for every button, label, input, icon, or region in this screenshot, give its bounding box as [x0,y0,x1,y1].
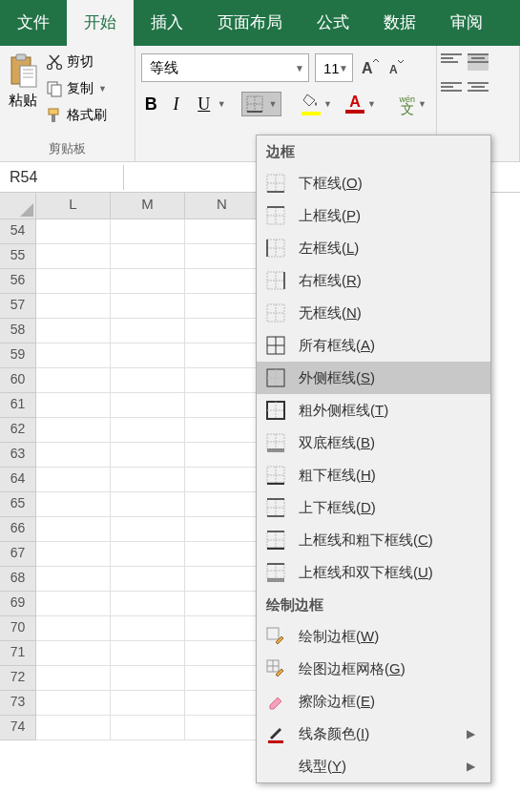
tab-page-layout[interactable]: 页面布局 [200,0,300,46]
cell[interactable] [111,517,185,542]
column-header[interactable]: M [111,193,185,219]
cell[interactable] [111,641,185,666]
tab-data[interactable]: 数据 [366,0,433,46]
paste-button[interactable]: 粘贴 [6,50,40,138]
cell[interactable] [36,418,111,443]
cell[interactable] [111,219,185,244]
cell[interactable] [185,542,260,567]
bold-button[interactable]: B [141,92,160,116]
cell[interactable] [111,443,185,468]
cell[interactable] [185,592,260,616]
draw-border-grid-item[interactable]: 绘图边框网格(G) [257,653,490,685]
row-header[interactable]: 54 [0,219,36,244]
cell[interactable] [111,244,185,269]
cell[interactable] [36,716,111,740]
cell[interactable] [185,443,260,468]
font-color-button[interactable]: A ▼ [342,94,380,114]
cell[interactable] [185,368,260,393]
cell[interactable] [111,393,185,418]
cell[interactable] [111,666,185,691]
cell[interactable] [111,492,185,517]
cell[interactable] [185,244,260,269]
border-top-bottom-item[interactable]: 上下框线(D) [257,491,490,524]
row-header[interactable]: 68 [0,567,36,592]
column-header[interactable]: N [185,193,260,219]
cell[interactable] [185,691,260,716]
borders-button[interactable]: ▼ [241,92,281,116]
cell[interactable] [185,666,260,691]
cell[interactable] [111,616,185,641]
cell[interactable] [36,641,111,666]
border-left-item[interactable]: 左框线(L) [257,232,490,264]
cell[interactable] [185,219,260,244]
border-right-item[interactable]: 右框线(R) [257,264,490,297]
row-header[interactable]: 63 [0,443,36,468]
row-header[interactable]: 57 [0,294,36,319]
draw-border-item[interactable]: 绘制边框(W) [257,620,490,653]
cell[interactable] [185,567,260,592]
decrease-font-button[interactable]: A [385,55,406,80]
chevron-down-icon[interactable]: ▼ [218,99,226,109]
cell[interactable] [36,269,111,294]
row-header[interactable]: 67 [0,542,36,567]
tab-formulas[interactable]: 公式 [300,0,366,46]
font-size-select[interactable]: 11 ▼ [315,53,353,82]
tab-insert[interactable]: 插入 [134,0,200,46]
cell[interactable] [36,319,111,344]
border-thick-outside-item[interactable]: 粗外侧框线(T) [257,394,490,427]
cell[interactable] [36,294,111,319]
cell[interactable] [185,716,260,740]
cell[interactable] [111,319,185,344]
fill-color-button[interactable]: ▼ [298,93,336,115]
row-header[interactable]: 62 [0,418,36,443]
row-header[interactable]: 66 [0,517,36,542]
row-header[interactable]: 55 [0,244,36,269]
cell[interactable] [185,418,260,443]
tab-review[interactable]: 审阅 [433,0,500,46]
cell[interactable] [185,393,260,418]
cell[interactable] [185,641,260,666]
cell[interactable] [185,468,260,492]
cell[interactable] [36,666,111,691]
border-top-thick-bottom-item[interactable]: 上框线和粗下框线(C) [257,524,490,556]
cell[interactable] [36,592,111,616]
tab-file[interactable]: 文件 [0,0,67,46]
row-header[interactable]: 73 [0,691,36,716]
select-all-corner[interactable] [0,193,36,219]
cell[interactable] [111,294,185,319]
cell[interactable] [36,567,111,592]
cell[interactable] [111,592,185,616]
name-box[interactable]: R54 [0,165,124,190]
cell[interactable] [36,219,111,244]
row-header[interactable]: 59 [0,344,36,368]
phonetic-guide-button[interactable]: wén 文 ▼ [396,94,430,114]
row-header[interactable]: 61 [0,393,36,418]
tab-home[interactable]: 开始 [67,0,134,46]
cell[interactable] [111,691,185,716]
format-painter-button[interactable]: 格式刷 [44,105,109,126]
row-header[interactable]: 56 [0,269,36,294]
cell[interactable] [36,368,111,393]
cell[interactable] [185,616,260,641]
align-middle-button[interactable] [468,53,489,71]
cell[interactable] [185,344,260,368]
erase-border-item[interactable]: 擦除边框(E) [257,685,490,718]
copy-button[interactable]: 复制 ▼ [44,78,109,99]
cell[interactable] [36,468,111,492]
cell[interactable] [36,517,111,542]
cell[interactable] [185,492,260,517]
italic-button[interactable]: I [166,92,185,116]
border-double-bottom-item[interactable]: 双底框线(B) [257,427,490,459]
row-header[interactable]: 58 [0,319,36,344]
cell[interactable] [111,344,185,368]
cell[interactable] [36,244,111,269]
row-header[interactable]: 74 [0,716,36,740]
cell[interactable] [36,616,111,641]
cell[interactable] [111,716,185,740]
cell[interactable] [185,294,260,319]
cell[interactable] [111,542,185,567]
line-style-item[interactable]: 线型(Y) ▶ [257,750,490,782]
cell[interactable] [185,517,260,542]
align-left-button[interactable] [441,82,462,99]
border-none-item[interactable]: 无框线(N) [257,297,490,329]
